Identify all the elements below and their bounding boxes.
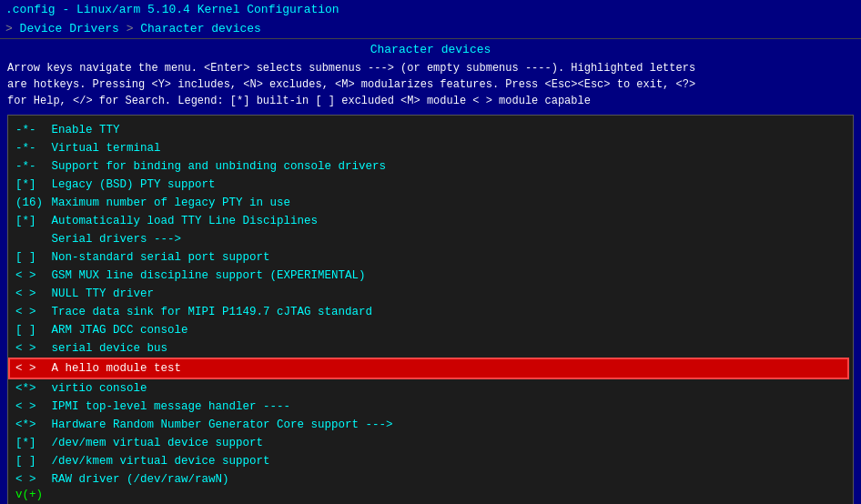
list-item[interactable]: < > GSM MUX line discipline support (EXP…	[8, 267, 849, 285]
item-label: Hardware Random Number Generator Core su…	[52, 418, 393, 431]
list-item[interactable]: [*] Automatically load TTY Line Discipli…	[8, 212, 849, 230]
menu-scroll: -*- Enable TTY -*- Virtual terminal -*- …	[8, 121, 849, 489]
item-label: ARM JTAG DCC console	[52, 324, 188, 337]
item-marker: [ ]	[15, 452, 45, 470]
list-item[interactable]: [*] Legacy (BSD) PTY support	[8, 176, 849, 194]
list-item[interactable]: <*> Hardware Random Number Generator Cor…	[8, 416, 849, 434]
item-marker: (16)	[15, 194, 45, 212]
item-marker: [*]	[15, 434, 45, 452]
list-item[interactable]: <*> virtio console	[8, 379, 849, 398]
item-marker: -*-	[15, 157, 45, 176]
item-label: Enable TTY	[52, 124, 120, 136]
item-marker: [*]	[15, 176, 45, 194]
item-marker: < >	[15, 398, 45, 416]
list-item[interactable]: [*] /dev/mem virtual device support	[8, 434, 849, 452]
item-label: Legacy (BSD) PTY support	[52, 178, 216, 191]
item-marker: <*>	[15, 416, 45, 434]
list-item[interactable]: < > RAW driver (/dev/raw/rawN)	[8, 470, 849, 489]
item-marker: < >	[15, 359, 45, 378]
item-label: NULL TTY driver	[52, 287, 155, 300]
title-bar: .config - Linux/arm 5.10.4 Kernel Config…	[0, 0, 861, 20]
menu-container: -*- Enable TTY -*- Virtual terminal -*- …	[7, 115, 854, 504]
item-label: GSM MUX line discipline support (EXPERIM…	[52, 269, 366, 282]
list-item[interactable]: < > NULL TTY driver	[8, 285, 849, 303]
item-marker: < >	[15, 339, 45, 358]
list-item[interactable]: Serial drivers --->	[8, 230, 849, 248]
item-label: serial device bus	[52, 342, 168, 355]
help-line-1: Arrow keys navigate the menu. <Enter> se…	[7, 60, 854, 76]
item-label: virtio console	[52, 382, 147, 395]
list-item[interactable]: < > IPMI top-level message handler ----	[8, 398, 849, 416]
list-item[interactable]: -*- Enable TTY	[8, 121, 849, 139]
breadcrumb-device-drivers: Device Drivers	[20, 22, 119, 35]
item-label: Support for binding and unbinding consol…	[52, 160, 387, 173]
list-item[interactable]: < > serial device bus	[8, 339, 849, 358]
breadcrumb-bar: > Device Drivers > Character devices	[0, 20, 861, 39]
item-marker: [*]	[15, 212, 45, 230]
list-item[interactable]: < > Trace data sink for MIPI P1149.7 cJT…	[8, 303, 849, 321]
page-title: Character devices	[7, 43, 854, 56]
help-text-block: Arrow keys navigate the menu. <Enter> se…	[7, 60, 854, 109]
help-line-3: for Help, </> for Search. Legend: [*] bu…	[7, 93, 854, 109]
main-content: Character devices Arrow keys navigate th…	[0, 39, 861, 504]
item-label: /dev/mem virtual device support	[52, 437, 264, 449]
item-marker: < >	[15, 470, 45, 489]
list-item[interactable]: [ ] /dev/kmem virtual device support	[8, 452, 849, 470]
item-marker: [ ]	[15, 321, 45, 339]
breadcrumb-character-devices: Character devices	[140, 22, 261, 35]
item-marker: < >	[15, 267, 45, 285]
item-marker: [ ]	[15, 248, 45, 267]
item-label: Automatically load TTY Line Disciplines	[52, 215, 319, 227]
item-label: /dev/kmem virtual device support	[52, 455, 270, 468]
item-marker: -*-	[15, 121, 45, 139]
item-marker: <*>	[15, 379, 45, 398]
list-item[interactable]: (16) Maximum number of legacy PTY in use	[8, 194, 849, 212]
title-text: .config - Linux/arm 5.10.4 Kernel Config…	[5, 3, 339, 16]
v-indicator: v(+)	[8, 489, 849, 501]
hello-module-item[interactable]: < > A hello module test	[8, 358, 849, 379]
item-label: Serial drivers --->	[52, 233, 182, 246]
item-label: Non-standard serial port support	[52, 251, 270, 264]
list-item[interactable]: [ ] Non-standard serial port support	[8, 248, 849, 267]
item-marker: -*-	[15, 139, 45, 157]
item-label: A hello module test	[52, 362, 182, 375]
item-label: Maximum number of legacy PTY in use	[52, 197, 291, 209]
item-marker: < >	[15, 303, 45, 321]
item-label: Trace data sink for MIPI P1149.7 cJTAG s…	[52, 306, 373, 318]
item-label: Virtual terminal	[52, 142, 161, 155]
list-item[interactable]: -*- Support for binding and unbinding co…	[8, 157, 849, 176]
help-line-2: are hotkeys. Pressing <Y> includes, <N> …	[7, 76, 854, 93]
item-label: IPMI top-level message handler ----	[52, 400, 291, 413]
breadcrumb: > Device Drivers > Character devices	[5, 22, 261, 35]
list-item[interactable]: -*- Virtual terminal	[8, 139, 849, 157]
item-label: RAW driver (/dev/raw/rawN)	[52, 473, 229, 486]
list-item[interactable]: [ ] ARM JTAG DCC console	[8, 321, 849, 339]
item-marker: < >	[15, 285, 45, 303]
